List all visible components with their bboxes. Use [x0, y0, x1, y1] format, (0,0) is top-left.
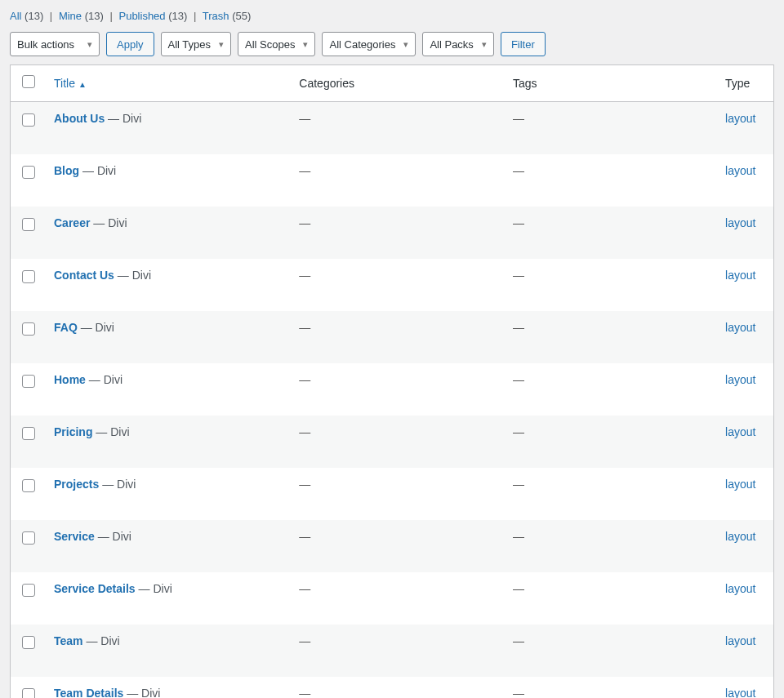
row-title-suffix: — Divi — [105, 112, 141, 125]
row-checkbox[interactable] — [22, 531, 35, 545]
row-checkbox[interactable] — [22, 584, 35, 597]
row-checkbox[interactable] — [22, 688, 35, 698]
row-checkbox[interactable] — [22, 636, 35, 649]
chevron-down-icon: ▾ — [303, 39, 308, 50]
table-row: Team Details — Divi——layout — [11, 677, 774, 698]
status-filter-bar: All (13) | Mine (13) | Published (13) | … — [10, 10, 774, 22]
row-type-link[interactable]: layout — [725, 582, 755, 595]
row-tags: — — [505, 207, 717, 259]
all-categories-select[interactable]: All Categories ▾ — [322, 32, 416, 56]
table-row: Blog — Divi——layout — [11, 154, 774, 207]
row-categories: — — [291, 259, 505, 311]
row-title-link[interactable]: Home — [54, 373, 86, 386]
all-types-select[interactable]: All Types ▾ — [161, 32, 232, 56]
row-title-link[interactable]: Pricing — [54, 425, 92, 438]
row-title-suffix: — Divi — [136, 582, 172, 595]
row-tags: — — [505, 520, 717, 572]
filter-button[interactable]: Filter — [501, 32, 546, 56]
layouts-table: Title▲ Categories Tags Type About Us — D… — [10, 64, 774, 698]
row-title-suffix: — Divi — [90, 216, 127, 229]
row-type-link[interactable]: layout — [725, 634, 755, 647]
table-row: Team — Divi——layout — [11, 625, 774, 677]
row-checkbox[interactable] — [22, 479, 35, 492]
row-categories: — — [291, 625, 505, 677]
all-scopes-select[interactable]: All Scopes ▾ — [238, 32, 315, 56]
filter-all-count: (13) — [24, 10, 43, 22]
select-all-checkbox[interactable] — [22, 75, 35, 88]
row-title-suffix: — Divi — [83, 634, 120, 647]
filter-trash[interactable]: Trash — [203, 10, 229, 22]
filter-published[interactable]: Published — [118, 10, 165, 22]
row-type-link[interactable]: layout — [725, 112, 755, 125]
row-categories: — — [291, 207, 505, 259]
row-checkbox[interactable] — [22, 375, 35, 388]
row-type-link[interactable]: layout — [725, 321, 755, 334]
apply-button[interactable]: Apply — [106, 32, 154, 56]
row-tags: — — [505, 102, 717, 155]
chevron-down-icon: ▾ — [219, 39, 224, 50]
row-title-link[interactable]: Blog — [54, 164, 79, 177]
row-title-link[interactable]: Service — [54, 530, 95, 543]
table-row: Contact Us — Divi——layout — [11, 259, 774, 311]
all-packs-select[interactable]: All Packs ▾ — [422, 32, 493, 56]
row-title-suffix: — Divi — [78, 321, 114, 334]
row-title-suffix: — Divi — [123, 687, 160, 698]
row-title-link[interactable]: Team Details — [54, 687, 123, 698]
row-type-link[interactable]: layout — [725, 687, 755, 698]
row-categories: — — [291, 154, 505, 207]
row-categories: — — [291, 468, 505, 520]
row-type-link[interactable]: layout — [725, 425, 755, 438]
column-title[interactable]: Title▲ — [46, 65, 291, 102]
row-checkbox[interactable] — [22, 113, 35, 127]
chevron-down-icon: ▾ — [403, 39, 408, 50]
row-title-link[interactable]: Projects — [54, 478, 99, 491]
row-categories: — — [291, 416, 505, 468]
row-title-link[interactable]: Service Details — [54, 582, 136, 595]
row-categories: — — [291, 572, 505, 625]
row-tags: — — [505, 363, 717, 416]
table-row: Service Details — Divi——layout — [11, 572, 774, 625]
sort-asc-icon: ▲ — [78, 80, 87, 89]
column-categories: Categories — [291, 65, 505, 102]
row-tags: — — [505, 259, 717, 311]
row-type-link[interactable]: layout — [725, 164, 755, 177]
row-title-link[interactable]: Career — [54, 216, 90, 229]
row-checkbox[interactable] — [22, 322, 35, 336]
table-row: Career — Divi——layout — [11, 207, 774, 259]
row-type-link[interactable]: layout — [725, 269, 755, 282]
row-tags: — — [505, 677, 717, 698]
bulk-actions-select[interactable]: Bulk actions ▾ — [10, 32, 100, 56]
row-title-link[interactable]: Contact Us — [54, 269, 114, 282]
table-row: About Us — Divi——layout — [11, 102, 774, 155]
tablenav-top: Bulk actions ▾ Apply All Types ▾ All Sco… — [10, 32, 774, 56]
table-row: FAQ — Divi——layout — [11, 311, 774, 363]
row-checkbox[interactable] — [22, 218, 35, 231]
column-tags: Tags — [505, 65, 717, 102]
row-tags: — — [505, 154, 717, 207]
row-categories: — — [291, 520, 505, 572]
row-title-link[interactable]: About Us — [54, 112, 105, 125]
row-type-link[interactable]: layout — [725, 216, 755, 229]
row-title-suffix: — Divi — [114, 269, 151, 282]
row-title-suffix: — Divi — [79, 164, 116, 177]
row-categories: — — [291, 363, 505, 416]
row-checkbox[interactable] — [22, 166, 35, 179]
row-title-link[interactable]: Team — [54, 634, 83, 647]
row-type-link[interactable]: layout — [725, 478, 755, 491]
row-checkbox[interactable] — [22, 270, 35, 283]
row-type-link[interactable]: layout — [725, 373, 755, 386]
table-row: Service — Divi——layout — [11, 520, 774, 572]
filter-all[interactable]: All — [10, 10, 21, 22]
table-row: Home — Divi——layout — [11, 363, 774, 416]
row-type-link[interactable]: layout — [725, 530, 755, 543]
filter-mine[interactable]: Mine — [59, 10, 82, 22]
row-tags: — — [505, 625, 717, 677]
row-title-suffix: — Divi — [99, 478, 136, 491]
row-categories: — — [291, 677, 505, 698]
row-checkbox[interactable] — [22, 427, 35, 440]
row-title-suffix: — Divi — [86, 373, 122, 386]
row-title-suffix: — Divi — [92, 425, 129, 438]
row-title-link[interactable]: FAQ — [54, 321, 78, 334]
row-tags: — — [505, 416, 717, 468]
filter-mine-count: (13) — [85, 10, 104, 22]
